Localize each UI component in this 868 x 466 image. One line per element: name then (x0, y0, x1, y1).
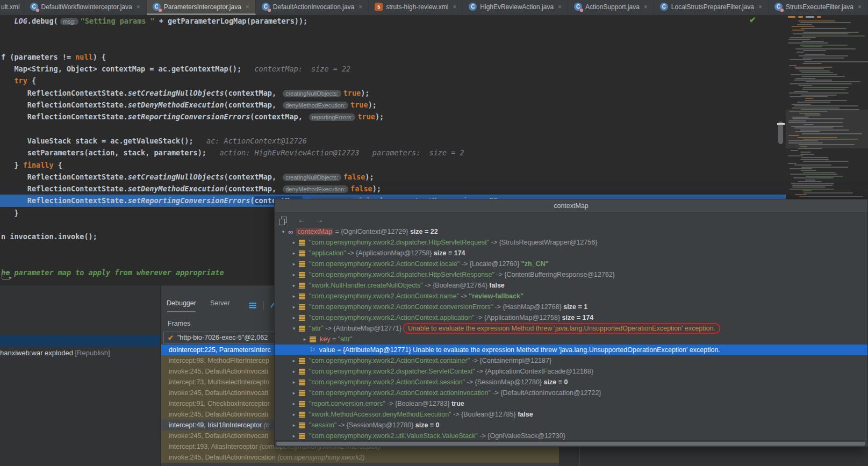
popup-title[interactable]: contextMap (275, 199, 867, 213)
editor-scrollbar-thumb[interactable] (778, 121, 783, 144)
chevron-collapsed-icon[interactable]: ▸ (290, 412, 298, 417)
variable-node[interactable]: ▸"com.opensymphony.xwork2.ActionContext.… (275, 312, 867, 323)
variable-node[interactable]: ▸"com.opensymphony.xwork2.dispatcher.Htt… (275, 269, 867, 280)
chevron-collapsed-icon[interactable]: ▸ (290, 293, 298, 299)
chevron-collapsed-icon[interactable]: ▸ (290, 358, 298, 363)
variable-node[interactable]: ▸"xwork.NullHandler.createNullObjects" -… (275, 280, 867, 291)
tab-debugger[interactable]: Debugger (167, 299, 196, 311)
editor-tab[interactable]: CLocalStrutsPrepareFilter.java× (654, 0, 769, 15)
thread-name: "http-bio-7026-exec-5"@2,062 (177, 334, 268, 341)
variable-text: size = 174 (434, 249, 465, 257)
variable-node[interactable]: ▸"com.opensymphony.xwork2.ActionContext.… (275, 302, 867, 312)
popup-hscrollbar-thumb[interactable] (276, 442, 865, 446)
close-icon[interactable]: × (453, 3, 456, 11)
editor-tab[interactable]: CParametersInterceptor.java× (147, 0, 256, 15)
chevron-collapsed-icon[interactable]: ▸ (290, 369, 298, 374)
variable-text: Unable to evaluate the expression Method… (413, 346, 720, 354)
close-icon[interactable]: × (558, 3, 562, 11)
frame-label: intercept:49, IrisI18nInterceptor (169, 421, 263, 429)
variable-text: -> (346, 249, 356, 257)
variable-node[interactable]: ▸"com.opensymphony.xwork2.ActionContext.… (275, 291, 867, 302)
editor-tab[interactable]: ult.xml× (0, 0, 24, 15)
chevron-expanded-icon[interactable]: ▾ (279, 229, 288, 234)
editor-tab[interactable]: CDefaultActionInvocation.java× (256, 0, 369, 15)
variable-node[interactable]: ▾"attr" -> {AttributeMap@12771}Unable to… (275, 323, 867, 334)
popup-hscrollbar[interactable] (275, 440, 867, 447)
service-label: hanxiweb:war exploded (0, 349, 75, 357)
variable-node[interactable]: ▾∞contextMap = {OgnlContext@12729} size … (275, 226, 867, 237)
services-selected-row[interactable] (0, 335, 160, 347)
variable-node[interactable]: ▸"report.conversion.errors" -> {Boolean@… (275, 398, 867, 409)
close-icon[interactable]: × (858, 3, 862, 11)
chevron-collapsed-icon[interactable]: ▸ (290, 283, 298, 288)
chevron-collapsed-icon[interactable]: ▸ (290, 401, 298, 406)
chevron-collapsed-icon[interactable]: ▸ (290, 261, 298, 267)
variable-text: {OgnlContext@12729} (341, 228, 410, 235)
variable-node[interactable]: ▸"session" -> {SessionMap@12780} size = … (275, 420, 867, 431)
forward-icon[interactable]: → (315, 216, 324, 224)
close-icon[interactable]: × (644, 3, 648, 11)
variable-text: {StrutsRequestWrapper@12756} (499, 239, 598, 246)
chevron-collapsed-icon[interactable]: ▸ (290, 240, 298, 245)
editor-tab[interactable]: CHighEvReviewAction.java× (463, 0, 568, 15)
error-annotation-box: Unable to evaluate the expression Method… (403, 323, 720, 334)
flag-icon: ⚐ (310, 346, 315, 354)
map-entry-icon (299, 369, 305, 375)
variable-node[interactable]: ▸"com.opensymphony.xwork2.dispatcher.Htt… (275, 237, 867, 248)
variable-text: = (333, 228, 341, 235)
code-text: finally (23, 161, 54, 169)
editor-tab[interactable]: sstruts-high-review.xml× (369, 0, 463, 15)
editor-tab[interactable]: CStrutsExecuteFilter.java× (769, 0, 868, 15)
variable-node[interactable]: ▸"application" -> {ApplicationMap@12758}… (275, 248, 867, 259)
close-icon[interactable]: × (246, 3, 249, 11)
variable-text: -> (494, 271, 504, 278)
tab-server[interactable]: Server (210, 299, 230, 311)
services-item[interactable]: hanxiweb:war exploded [Republish] (0, 347, 160, 359)
chevron-collapsed-icon[interactable]: ▸ (290, 315, 298, 320)
chevron-collapsed-icon[interactable]: ▸ (290, 250, 298, 256)
variable-node[interactable]: ▸"xwork.MethodAccessor.denyMethodExecuti… (275, 409, 867, 420)
code-text: setDenyMethodExecution (128, 101, 224, 109)
close-icon[interactable]: × (137, 3, 140, 11)
map-entry-icon (310, 336, 316, 342)
code-text: ); (368, 101, 377, 109)
variable-node[interactable]: ▸"com.opensymphony.xwork2.util.ValueStac… (275, 431, 867, 441)
chevron-collapsed-icon[interactable]: ▸ (290, 390, 298, 396)
map-entry-icon (299, 272, 305, 278)
chevron-expanded-icon[interactable]: ▾ (290, 326, 298, 331)
variable-node[interactable]: ▸"com.opensymphony.xwork2.ActionContext.… (275, 259, 867, 269)
variable-text: -> (475, 368, 485, 375)
variable-node[interactable]: ▸"com.opensymphony.xwork2.dispatcher.Ser… (275, 366, 867, 377)
chevron-collapsed-icon[interactable]: ▸ (290, 304, 298, 310)
tab-label: ult.xml (1, 3, 20, 11)
variable-text: {DefaultActionInvocation@12722} (500, 389, 601, 397)
chevron-collapsed-icon[interactable]: ▸ (300, 336, 309, 342)
variable-node[interactable]: ▸"com.opensymphony.xwork2.ActionContext.… (275, 355, 867, 366)
variable-text: "com.opensymphony.xwork2.ActionContext.s… (309, 378, 465, 386)
chevron-collapsed-icon[interactable]: ▸ (290, 422, 298, 428)
variable-node[interactable]: ▸key = "attr" (275, 334, 867, 345)
variable-text: "attr" (338, 335, 353, 343)
map-entry-icon (299, 401, 305, 407)
close-icon[interactable]: × (358, 3, 362, 11)
editor-tab[interactable]: CActionSupport.java× (568, 0, 654, 15)
variable-text: contextMap (296, 228, 333, 235)
menu-icon[interactable] (248, 302, 257, 309)
editor-widget-icon[interactable] (2, 272, 10, 279)
stack-frame[interactable]: invoke:245, DefaultActionInvocation (com… (161, 452, 559, 463)
close-icon[interactable]: × (758, 3, 762, 11)
chevron-collapsed-icon[interactable]: ▸ (290, 433, 298, 439)
chevron-collapsed-icon[interactable]: ▸ (290, 379, 298, 385)
code-line: ReflectionContextState.setCreatingNullOb… (0, 87, 868, 99)
copy-value-icon[interactable] (281, 217, 287, 223)
panel-splitter[interactable] (160, 285, 161, 466)
editor-tab[interactable]: CDefaultWorkflowInterceptor.java× (24, 0, 147, 15)
back-icon[interactable]: ← (298, 216, 306, 224)
variable-node[interactable]: ▸"com.opensymphony.xwork2.ActionContext.… (275, 388, 867, 398)
frame-label: invoke:245, DefaultActionInvocati (169, 368, 268, 375)
variable-node[interactable]: ⚐value = {AttributeMap@12771} Unable to … (275, 345, 867, 355)
minimap-viewport[interactable] (786, 110, 868, 148)
variable-node[interactable]: ▸"com.opensymphony.xwork2.ActionContext.… (275, 377, 867, 388)
inspections-ok-icon[interactable]: ✔ (749, 15, 756, 25)
chevron-collapsed-icon[interactable]: ▸ (290, 272, 298, 277)
